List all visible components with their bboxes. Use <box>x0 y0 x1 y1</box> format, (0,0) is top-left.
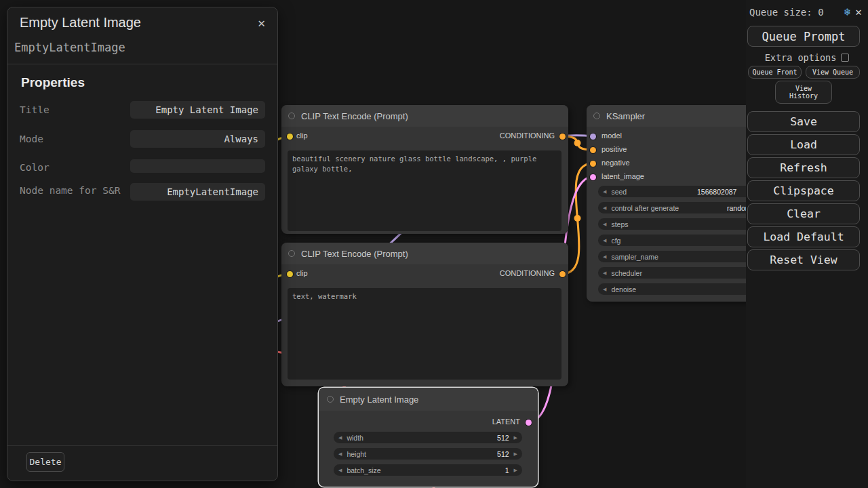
clipspace-button[interactable]: Clipspace <box>747 180 860 201</box>
decrement-arrow-icon[interactable]: ◀ <box>603 238 606 243</box>
node-title: CLIP Text Encode (Prompt) <box>301 111 408 121</box>
widget-label: steps <box>611 220 628 228</box>
increment-arrow-icon[interactable]: ▶ <box>514 451 517 457</box>
widget-value: 512 <box>497 434 509 442</box>
input-label-latent-image: latent_image <box>601 172 644 180</box>
decrement-arrow-icon[interactable]: ◀ <box>603 205 606 211</box>
load-button[interactable]: Load <box>747 134 860 155</box>
node-clip-text-encode-positive[interactable]: CLIP Text Encode (Prompt) clip CONDITION… <box>281 105 568 234</box>
node-title: Empty Latent Image <box>340 394 418 405</box>
node-empty-latent-image[interactable]: Empty Latent Image LATENT ◀ width 512 ▶ … <box>319 388 538 487</box>
widget-label: batch_size <box>347 466 380 474</box>
property-label-color: Color <box>20 161 123 174</box>
widget-label: denoise <box>611 285 636 293</box>
input-dot-model[interactable] <box>590 134 596 140</box>
property-label-node-name: Node name for S&R <box>20 184 123 197</box>
decrement-arrow-icon[interactable]: ◀ <box>603 189 606 195</box>
widget-value: 1 <box>505 466 509 474</box>
widget-label: width <box>347 434 363 442</box>
dialog-title: Empty Latent Image <box>20 15 141 30</box>
view-queue-button[interactable]: View Queue <box>806 66 860 79</box>
decrement-arrow-icon[interactable]: ◀ <box>603 254 606 260</box>
property-input-title[interactable]: Empty Latent Image <box>130 101 265 119</box>
decrement-arrow-icon[interactable]: ◀ <box>603 287 606 292</box>
widget-value: 512 <box>497 450 509 458</box>
link-midpoint-dot[interactable] <box>574 140 581 146</box>
widget-label: height <box>347 450 366 458</box>
comfy-menu-panel: Queue size: 0 ❄ ✕ Queue Prompt Extra opt… <box>746 0 868 488</box>
input-dot-clip[interactable] <box>287 271 293 277</box>
prompt-textarea[interactable]: text, watermark <box>288 288 561 380</box>
widget-label: control after generate <box>611 204 679 212</box>
save-button[interactable]: Save <box>747 111 860 132</box>
input-dot-latent-image[interactable] <box>590 174 596 180</box>
link-midpoint-dot[interactable] <box>574 215 581 222</box>
node-title-bar[interactable]: CLIP Text Encode (Prompt) <box>281 105 568 127</box>
output-label-latent: LATENT <box>492 418 520 426</box>
node-title: CLIP Text Encode (Prompt) <box>301 249 408 259</box>
node-clip-text-encode-negative[interactable]: CLIP Text Encode (Prompt) clip CONDITION… <box>281 243 568 386</box>
decrement-arrow-icon[interactable]: ◀ <box>603 270 606 276</box>
input-label-negative: negative <box>601 159 630 167</box>
decrement-arrow-icon[interactable]: ◀ <box>338 435 342 441</box>
widget-width[interactable]: ◀ width 512 ▶ <box>334 432 522 443</box>
input-dot-clip[interactable] <box>287 134 293 140</box>
queue-prompt-button[interactable]: Queue Prompt <box>747 26 860 47</box>
queue-size-label: Queue size: 0 <box>749 7 840 18</box>
refresh-button[interactable]: Refresh <box>747 157 860 178</box>
property-input-mode[interactable]: Always <box>130 130 265 148</box>
properties-section-title: Properties <box>7 64 277 90</box>
widget-label: cfg <box>611 237 620 245</box>
input-label-positive: positive <box>601 145 627 153</box>
node-title-bar[interactable]: CLIP Text Encode (Prompt) <box>281 243 568 264</box>
input-label-clip: clip <box>296 269 308 277</box>
load-default-button[interactable]: Load Default <box>747 226 860 247</box>
widget-label: seed <box>611 188 627 196</box>
output-dot-latent[interactable] <box>526 420 532 426</box>
property-label-title: Title <box>20 104 123 117</box>
output-dot-conditioning[interactable] <box>559 134 566 140</box>
widget-label: scheduler <box>611 269 642 277</box>
properties-dialog: Empty Latent Image ✕ EmptyLatentImage Pr… <box>7 7 278 481</box>
property-input-color[interactable] <box>130 159 265 173</box>
widget-value: 1566802087 <box>697 188 736 196</box>
collapse-dot-icon[interactable] <box>593 113 600 119</box>
prompt-textarea[interactable]: beautiful scenery nature glass bottle la… <box>288 150 561 231</box>
delete-button[interactable]: Delete <box>26 452 64 472</box>
close-icon[interactable]: ✕ <box>855 5 862 18</box>
view-history-button[interactable]: View History <box>775 81 832 104</box>
increment-arrow-icon[interactable]: ▶ <box>514 468 517 473</box>
reset-view-button[interactable]: Reset View <box>747 249 860 270</box>
widget-label: sampler_name <box>611 253 658 261</box>
node-title-bar[interactable]: Empty Latent Image <box>319 388 538 411</box>
clear-button[interactable]: Clear <box>747 203 860 224</box>
increment-arrow-icon[interactable]: ▶ <box>514 435 517 441</box>
output-dot-conditioning[interactable] <box>559 271 566 277</box>
decrement-arrow-icon[interactable]: ◀ <box>338 468 342 473</box>
input-label-clip: clip <box>296 131 308 140</box>
input-label-model: model <box>601 131 622 140</box>
collapse-dot-icon[interactable] <box>327 396 334 403</box>
property-label-mode: Mode <box>20 133 123 146</box>
node-title: KSampler <box>606 111 645 121</box>
widget-batch-size[interactable]: ◀ batch_size 1 ▶ <box>334 464 522 476</box>
extra-options-checkbox[interactable] <box>841 54 849 62</box>
node-type-label: EmptyLatentImage <box>7 34 277 64</box>
decrement-arrow-icon[interactable]: ◀ <box>338 451 342 457</box>
property-input-node-name[interactable]: EmptyLatentImage <box>130 183 265 201</box>
extra-options-label: Extra options <box>765 52 837 63</box>
input-dot-negative[interactable] <box>590 161 596 167</box>
input-dot-positive[interactable] <box>590 147 596 153</box>
decrement-arrow-icon[interactable]: ◀ <box>603 222 606 227</box>
snowflake-icon: ❄ <box>844 5 851 18</box>
widget-height[interactable]: ◀ height 512 ▶ <box>334 448 522 460</box>
collapse-dot-icon[interactable] <box>288 113 295 119</box>
close-icon[interactable]: ✕ <box>255 14 268 31</box>
divider <box>7 445 277 446</box>
queue-front-button[interactable]: Queue Front <box>748 66 802 79</box>
collapse-dot-icon[interactable] <box>288 250 295 257</box>
output-label-conditioning: CONDITIONING <box>500 131 555 140</box>
output-label-conditioning: CONDITIONING <box>500 269 555 277</box>
